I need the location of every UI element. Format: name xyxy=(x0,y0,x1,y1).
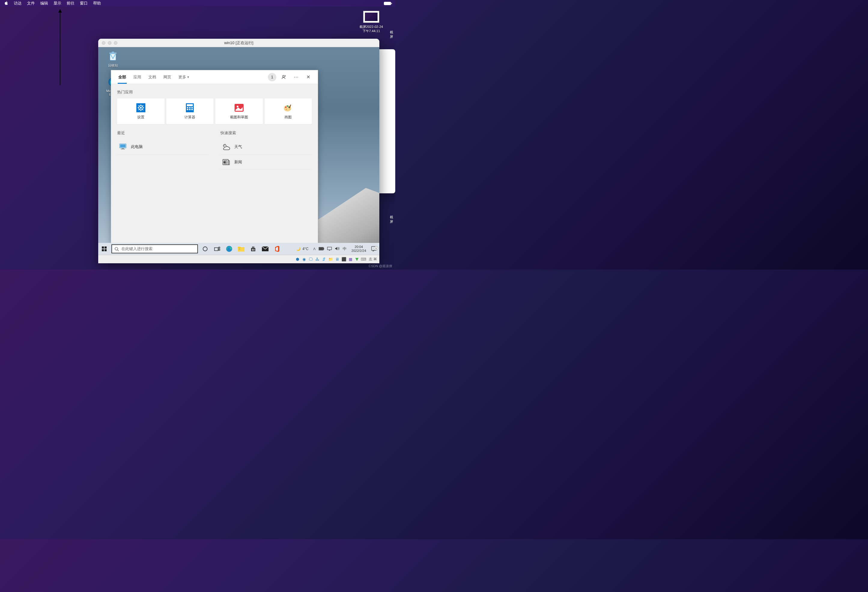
vm-usb-icon[interactable]: ⇵ xyxy=(321,257,327,262)
tab-all[interactable]: 全部 xyxy=(115,70,130,84)
svg-rect-55 xyxy=(218,247,220,248)
notification-badge: 1 xyxy=(374,246,378,250)
rewards-badge[interactable]: 1 xyxy=(268,73,276,81)
close-icon[interactable]: ✕ xyxy=(302,74,314,80)
vm-cpu-icon[interactable]: ▦ xyxy=(348,257,353,262)
feedback-icon[interactable] xyxy=(278,74,290,80)
vm-record-icon[interactable]: ⬛ xyxy=(341,257,347,262)
tray-battery-icon[interactable] xyxy=(319,247,324,251)
vm-titlebar[interactable]: win10 [正在运行] xyxy=(98,39,379,47)
menu-file[interactable]: 文件 xyxy=(27,1,35,6)
svg-rect-17 xyxy=(187,104,193,106)
taskbar-edge[interactable] xyxy=(223,243,235,255)
taskbar-clock[interactable]: 20:04 2022/2/24 xyxy=(349,245,369,253)
menu-window[interactable]: 窗口 xyxy=(80,1,88,6)
svg-point-25 xyxy=(237,106,238,108)
svg-rect-48 xyxy=(105,246,106,249)
apple-logo-icon[interactable] xyxy=(4,1,9,6)
top-apps-heading: 热门应用 xyxy=(117,90,312,95)
vm-audio-icon[interactable]: 🖵 xyxy=(308,257,314,262)
vm-hdd-icon[interactable]: ⬢ xyxy=(295,257,300,262)
svg-rect-20 xyxy=(191,107,193,108)
app-card-calculator[interactable]: 计算器 xyxy=(167,99,214,124)
search-tabs: 全部 应用 文档 网页 更多▼ 1 ⋯ ✕ xyxy=(111,70,318,84)
svg-rect-49 xyxy=(102,249,104,251)
desktop-screenshot-partial[interactable]: 截屏 xyxy=(390,30,395,39)
svg-point-7 xyxy=(140,107,142,109)
menu-go[interactable]: 前往 xyxy=(67,1,74,6)
watermark: CSDN @摇滚侠 xyxy=(369,264,392,268)
vm-shared-icon[interactable]: 📁 xyxy=(328,257,334,262)
svg-rect-23 xyxy=(191,109,193,110)
taskbar-explorer[interactable] xyxy=(235,243,247,255)
battery-icon[interactable] xyxy=(384,2,391,5)
tab-apps[interactable]: 应用 xyxy=(130,70,145,84)
vm-statusbar: ⬢ ◉ 🖵 🖧 ⇵ 📁 🖥 ⬛ ▦ ⯆ ⌨ 左 ⌘ xyxy=(98,255,379,263)
app-card-snip[interactable]: 截图和草图 xyxy=(216,99,263,124)
desktop-screenshot-partial[interactable]: 截屏 xyxy=(390,215,395,224)
taskbar-weather[interactable]: 🌙 4°C xyxy=(294,247,311,251)
cortana-button[interactable] xyxy=(199,243,211,255)
app-card-paint[interactable]: 画图 xyxy=(264,99,312,124)
menu-help[interactable]: 帮助 xyxy=(93,1,101,6)
chevron-down-icon: ▼ xyxy=(187,76,189,79)
taskbar-mail[interactable] xyxy=(259,243,271,255)
svg-rect-22 xyxy=(189,109,191,110)
recycle-bin[interactable]: 回收站 xyxy=(102,50,124,68)
windows-desktop[interactable]: 回收站 Microsoft Edge 全部 应用 文档 网页 更多▼ 1 ⋯ ✕… xyxy=(98,47,379,255)
app-card-label: 截图和草图 xyxy=(230,115,248,120)
taskview-button[interactable] xyxy=(211,243,223,255)
vm-keyboard-icon[interactable]: ⌨ xyxy=(361,257,366,262)
svg-rect-21 xyxy=(187,109,188,110)
menu-edit[interactable]: 编辑 xyxy=(40,1,48,6)
svg-rect-33 xyxy=(120,144,125,147)
svg-point-28 xyxy=(287,105,288,107)
svg-rect-43 xyxy=(224,162,226,163)
notification-center[interactable]: 1 xyxy=(369,246,379,252)
recycle-bin-icon xyxy=(107,50,119,62)
svg-rect-56 xyxy=(218,249,220,250)
system-tray: ᐱ 中 xyxy=(311,246,349,252)
search-input[interactable]: 在此键入进行搜索 xyxy=(111,244,198,253)
recent-heading: 最近 xyxy=(117,130,208,136)
app-card-settings[interactable]: 设置 xyxy=(117,99,165,124)
svg-rect-47 xyxy=(102,246,104,249)
menu-finder[interactable]: 访达 xyxy=(14,1,22,6)
svg-rect-1 xyxy=(109,53,117,54)
background-window xyxy=(377,49,395,193)
quick-item-news[interactable]: 新闻 xyxy=(220,155,312,170)
start-button[interactable] xyxy=(98,243,110,255)
quick-item-weather[interactable]: 天气 xyxy=(220,139,312,155)
svg-rect-41 xyxy=(228,161,229,165)
app-card-label: 画图 xyxy=(285,115,292,120)
svg-point-36 xyxy=(224,145,226,147)
app-card-label: 计算器 xyxy=(185,115,195,120)
tray-chevron-up-icon[interactable]: ᐱ xyxy=(313,247,316,251)
tray-volume-icon[interactable] xyxy=(335,246,340,252)
svg-rect-60 xyxy=(252,249,253,250)
recycle-bin-label: 回收站 xyxy=(102,63,124,68)
taskbar-store[interactable] xyxy=(247,243,259,255)
moon-icon: 🌙 xyxy=(296,247,301,251)
tray-network-icon[interactable] xyxy=(327,246,332,252)
tab-docs[interactable]: 文档 xyxy=(145,70,160,84)
more-options-icon[interactable]: ⋯ xyxy=(290,74,302,80)
vm-network-icon[interactable]: 🖧 xyxy=(315,257,320,262)
desktop-screenshot-1[interactable]: 截屏2022-02-24 下午7.44.11 xyxy=(359,11,383,33)
recent-item-this-pc[interactable]: 此电脑 xyxy=(117,139,208,155)
svg-rect-63 xyxy=(254,250,254,251)
tab-web[interactable]: 网页 xyxy=(160,70,175,84)
menu-view[interactable]: 显示 xyxy=(53,1,61,6)
search-body: 热门应用 设置 计算器 截图和草图 xyxy=(111,84,318,245)
svg-rect-50 xyxy=(105,249,106,251)
vm-mouse-icon[interactable]: ⯆ xyxy=(354,257,360,262)
taskbar-office[interactable] xyxy=(271,243,283,255)
vm-display-icon[interactable]: 🖥 xyxy=(335,257,340,262)
tray-ime[interactable]: 中 xyxy=(343,246,347,252)
search-placeholder: 在此键入进行搜索 xyxy=(121,246,153,252)
tab-more[interactable]: 更多▼ xyxy=(175,70,193,84)
svg-rect-61 xyxy=(254,249,254,250)
vm-optical-icon[interactable]: ◉ xyxy=(301,257,307,262)
calculator-icon xyxy=(185,103,194,112)
virtualbox-window: win10 [正在运行] 回收站 Microsoft Edge 全部 应用 文档… xyxy=(98,39,379,263)
